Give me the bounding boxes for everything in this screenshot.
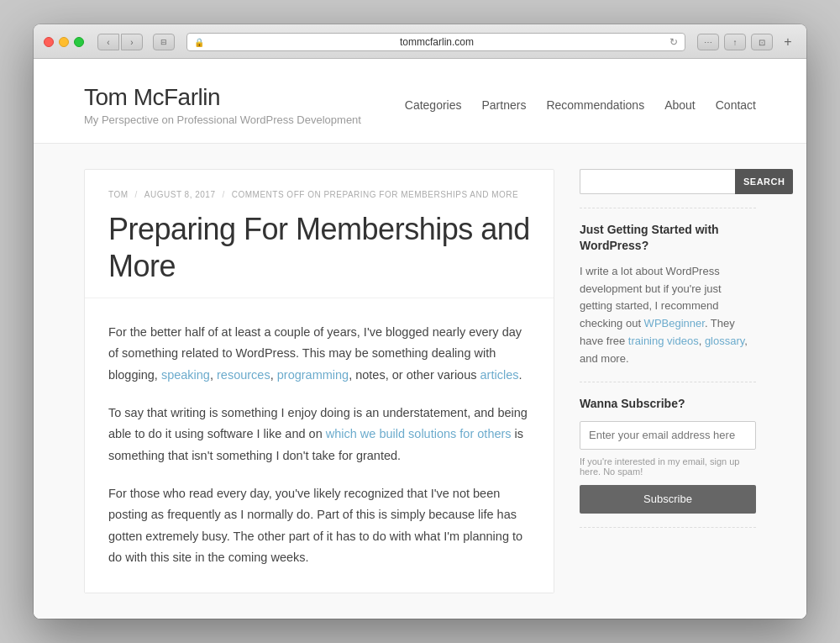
meta-sep-2: / (222, 190, 224, 199)
address-bar[interactable]: 🔒 tommcfarlin.com ↻ (186, 33, 685, 51)
post-body: For the better half of at least a couple… (85, 298, 554, 593)
browser-titlebar: ‹ › ⊟ 🔒 tommcfarlin.com ↻ ⋯ ↑ ⊡ + (34, 24, 806, 59)
lock-icon: 🔒 (194, 38, 204, 47)
wp-comma: , (699, 335, 705, 347)
address-text: tommcfarlin.com (209, 36, 664, 48)
para1-text-after: , notes, or other various (349, 368, 480, 382)
tab-view-button[interactable]: ⊟ (153, 34, 175, 50)
sidebar: SEARCH Just Getting Started with WordPre… (580, 169, 756, 593)
nav-buttons: ‹ › (97, 34, 143, 50)
nav-item-partners[interactable]: Partners (482, 98, 527, 112)
para1-period: . (518, 368, 522, 382)
site-header: Tom McFarlin My Perspective on Professio… (34, 59, 806, 144)
content-wrapper: TOM / AUGUST 8, 2017 / COMMENTS OFF ON P… (34, 144, 806, 618)
post-paragraph-1: For the better half of at least a couple… (108, 322, 530, 386)
post-comments: COMMENTS OFF ON PREPARING FOR MEMBERSHIP… (232, 190, 519, 199)
nav-item-categories[interactable]: Categories (405, 98, 462, 112)
post-author: TOM (108, 190, 129, 199)
wordpress-widget: Just Getting Started with WordPress? I w… (580, 222, 756, 382)
post-title: Preparing For Memberships and More (108, 211, 530, 283)
site-tagline: My Perspective on Professional WordPress… (84, 113, 361, 126)
post-meta: TOM / AUGUST 8, 2017 / COMMENTS OFF ON P… (108, 190, 530, 199)
toolbar-right: ⋯ ↑ ⊡ (697, 34, 773, 50)
site-title[interactable]: Tom McFarlin (84, 84, 361, 111)
post-date: AUGUST 8, 2017 (144, 190, 216, 199)
subscribe-button[interactable]: Subscribe (580, 485, 756, 514)
meta-sep-1: / (135, 190, 138, 199)
wp-link-glossary[interactable]: glossary (705, 335, 744, 347)
pocket-button[interactable]: ⋯ (697, 34, 719, 50)
wordpress-widget-text: I write a lot about WordPress developmen… (580, 263, 756, 368)
search-input[interactable] (580, 169, 735, 194)
post-container: TOM / AUGUST 8, 2017 / COMMENTS OFF ON P… (84, 169, 554, 593)
main-content: TOM / AUGUST 8, 2017 / COMMENTS OFF ON P… (84, 169, 554, 593)
subscribe-widget-title: Wanna Subscribe? (580, 396, 756, 411)
para1-link-programming[interactable]: programming (277, 368, 349, 382)
browser-window: ‹ › ⊟ 🔒 tommcfarlin.com ↻ ⋯ ↑ ⊡ + Tom Mc… (34, 24, 806, 618)
sidebar-search-widget: SEARCH (580, 169, 756, 208)
traffic-lights (44, 37, 84, 47)
wp-link-videos[interactable]: training videos (628, 335, 699, 347)
add-tab-button[interactable]: + (780, 34, 796, 50)
para1-comma1: , (210, 368, 217, 382)
para1-link-resources[interactable]: resources (217, 368, 270, 382)
maximize-button[interactable] (74, 37, 84, 47)
para1-link-speaking[interactable]: speaking (161, 368, 210, 382)
para1-link-articles[interactable]: articles (480, 368, 519, 382)
wordpress-widget-title: Just Getting Started with WordPress? (580, 222, 756, 252)
forward-button[interactable]: › (121, 34, 143, 50)
website: Tom McFarlin My Perspective on Professio… (34, 59, 806, 618)
post-paragraph-2: To say that writing is something I enjoy… (108, 403, 530, 466)
search-button[interactable]: SEARCH (735, 169, 793, 194)
email-input[interactable] (580, 421, 756, 450)
share-button[interactable]: ↑ (724, 34, 746, 50)
site-branding: Tom McFarlin My Perspective on Professio… (84, 84, 361, 126)
back-button[interactable]: ‹ (97, 34, 119, 50)
subscribe-widget: Wanna Subscribe? If you're interested in… (580, 396, 756, 528)
para1-comma2: , (270, 368, 277, 382)
site-nav: Categories Partners Recommendations Abou… (405, 98, 756, 112)
subscribe-note: If you're interested in my email, sign u… (580, 456, 756, 477)
post-header: TOM / AUGUST 8, 2017 / COMMENTS OFF ON P… (85, 170, 554, 298)
wp-link-wpbeginner[interactable]: WPBeginner (644, 317, 705, 329)
nav-item-about[interactable]: About (664, 98, 696, 112)
reader-button[interactable]: ⊡ (751, 34, 773, 50)
nav-item-recommendations[interactable]: Recommendations (546, 98, 644, 112)
refresh-button[interactable]: ↻ (669, 36, 678, 48)
search-row: SEARCH (580, 169, 756, 194)
post-paragraph-3: For those who read every day, you've lik… (108, 483, 530, 569)
para2-link-solutions[interactable]: which we build solutions for others (326, 427, 512, 440)
minimize-button[interactable] (59, 37, 69, 47)
nav-item-contact[interactable]: Contact (716, 98, 756, 112)
close-button[interactable] (44, 37, 54, 47)
